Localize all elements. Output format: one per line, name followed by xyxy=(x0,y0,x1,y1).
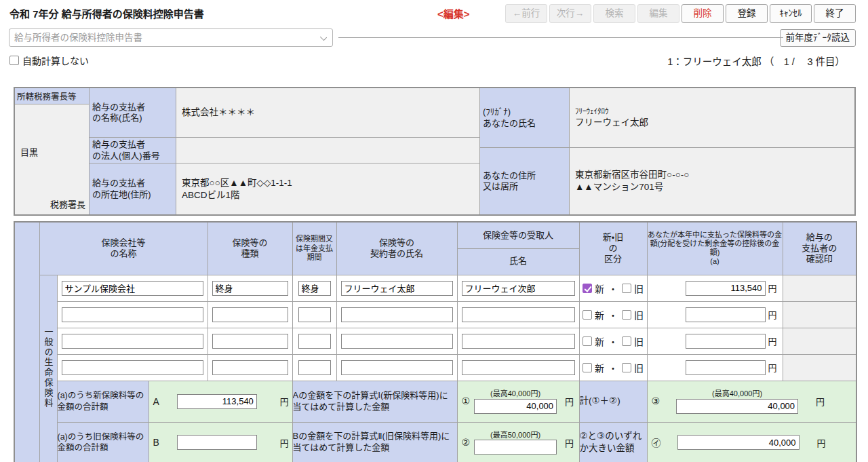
yen-unit: 円 xyxy=(768,361,777,374)
company-input[interactable] xyxy=(62,334,203,349)
old-checkbox[interactable] xyxy=(622,284,631,293)
old-checkbox[interactable] xyxy=(622,336,631,346)
stamp-cell xyxy=(783,354,856,381)
auto-calc-checkbox[interactable] xyxy=(9,56,19,65)
next-row-button[interactable]: 次行→ xyxy=(549,4,591,23)
table-row: 新 ・ 旧 円 xyxy=(14,354,856,381)
form-type-select-value: 給与所得者の保険料控除申告書 xyxy=(14,33,142,43)
declarant-name-label: (ﾌﾘｶﾞﾅ) あなたの氏名 xyxy=(480,88,569,148)
larger-of-2-3-label: ②と③のいずれか大きい金額 xyxy=(579,422,647,462)
dot-separator: ・ xyxy=(608,361,618,374)
type-input[interactable] xyxy=(212,360,288,375)
period-input[interactable] xyxy=(298,307,331,322)
tax-office-column: 所轄税務署長等 目黒 税務署長 xyxy=(15,88,90,214)
formula-a-label: Aの金額を下の計算式Ⅰ(新保険料等用)に当てはめて計算した金額 xyxy=(292,381,457,422)
payer-name-value: 株式会社＊＊＊＊ xyxy=(176,88,479,138)
register-button[interactable]: 登録 xyxy=(726,4,768,23)
recipient-input[interactable] xyxy=(462,307,575,322)
cancel-button[interactable]: ｷｬﾝｾﾙ xyxy=(770,4,812,23)
contractor-input[interactable] xyxy=(341,334,453,349)
period-input[interactable] xyxy=(298,360,331,375)
insurance-table: 保険会社等 の名称 保険等の 種類 保険期間又は年金支払期間 保険等の 契約者の… xyxy=(14,221,857,462)
stamp-cell xyxy=(783,328,856,354)
payer-number-value xyxy=(176,138,479,163)
employer-declarant-block: 所轄税務署長等 目黒 税務署長 給与の支払者 の名称(氏名) 給与の支払者 の法… xyxy=(14,87,856,216)
total-a-input[interactable] xyxy=(177,394,257,409)
type-input[interactable] xyxy=(212,281,288,296)
company-input[interactable] xyxy=(62,307,203,322)
recipient-input[interactable] xyxy=(462,281,575,296)
amount-input[interactable] xyxy=(686,334,766,349)
amount-input[interactable] xyxy=(686,281,766,296)
divider xyxy=(338,37,783,38)
declarant-labels-column: (ﾌﾘｶﾞﾅ) あなたの氏名 あなたの住所 又は居所 xyxy=(480,88,570,214)
contractor-input[interactable] xyxy=(341,307,453,322)
company-input[interactable] xyxy=(62,281,203,296)
edit-mode-indicator: <編集> xyxy=(437,6,470,20)
type-input[interactable] xyxy=(212,334,288,349)
col-header-company: 保険会社等 の名称 xyxy=(39,222,208,275)
type-input[interactable] xyxy=(212,307,288,322)
formula-b-label: Bの金額を下の計算式Ⅱ(旧保険料等用)に当てはめて計算した金額 xyxy=(292,422,457,462)
declarant-address-value: 東京都新宿区市谷田町○-○-○ ▲▲マンション701号 xyxy=(570,148,854,214)
old-checkbox[interactable] xyxy=(622,363,631,372)
new-checkbox[interactable] xyxy=(583,310,592,320)
new-checkbox[interactable] xyxy=(583,336,592,346)
sum-1-2-label: 計(①＋②) xyxy=(579,381,647,422)
dot-separator: ・ xyxy=(608,308,618,322)
col-header-type: 保険等の 種類 xyxy=(208,222,292,275)
table-row: 新 ・ 旧 円 xyxy=(14,301,856,328)
old-label: 旧 xyxy=(634,282,644,295)
record-counter: 1：フリーウェイ太郎 （ 1 / 3 件目） xyxy=(667,54,845,68)
exit-button[interactable]: 終了 xyxy=(814,4,856,23)
delete-button[interactable]: 削除 xyxy=(682,4,724,23)
amount-input[interactable] xyxy=(686,307,766,322)
amount-input[interactable] xyxy=(686,360,766,375)
total-b-input[interactable] xyxy=(177,435,257,450)
company-input[interactable] xyxy=(62,360,203,375)
declarant-name-value: ﾌﾘｰｳｪｲﾀﾛｳ フリーウェイ太郎 xyxy=(570,88,854,148)
max-note: (最高40,000円) xyxy=(490,389,540,398)
summary-row-a: (a)のうち新保険料等の金額の合計額 A 円 Aの金額を下の計算式Ⅰ(新保険料等… xyxy=(14,381,856,422)
auto-calc-row: 自動計算しない xyxy=(9,54,89,67)
col-header-newold: 新・旧 の 区分 xyxy=(579,222,647,275)
contractor-input[interactable] xyxy=(341,281,453,296)
dot-separator: ・ xyxy=(608,334,618,348)
yen-unit: 円 xyxy=(816,395,825,408)
recipient-input[interactable] xyxy=(462,334,575,349)
edit-button[interactable]: 編集 xyxy=(637,4,679,23)
summary-row-b: (a)のうち旧保険料等の金額の合計額 B 円 Bの金額を下の計算式Ⅱ(旧保険料等… xyxy=(14,422,856,462)
col-header-stamp: 給与の 支払者の 確認印 xyxy=(783,222,856,275)
declarant-values-column: ﾌﾘｰｳｪｲﾀﾛｳ フリーウェイ太郎 東京都新宿区市谷田町○-○-○ ▲▲マンシ… xyxy=(570,88,854,214)
load-previous-year-button[interactable]: 前年度ﾃﾞｰﾀ読込 xyxy=(780,29,856,47)
old-label: 旧 xyxy=(634,308,644,322)
total-i-input[interactable] xyxy=(677,435,800,450)
new-checkbox[interactable] xyxy=(583,363,592,372)
calc-1-input[interactable] xyxy=(474,399,557,414)
old-checkbox[interactable] xyxy=(622,310,631,320)
circled-2: ② xyxy=(462,437,471,448)
new-checkbox[interactable] xyxy=(583,284,592,293)
total-3-input[interactable] xyxy=(676,399,798,414)
auto-calc-label: 自動計算しない xyxy=(22,54,89,67)
period-input[interactable] xyxy=(298,281,331,296)
left-margin-cell xyxy=(14,222,39,462)
tax-office-name: 目黒 xyxy=(20,145,38,158)
stamp-cell xyxy=(783,301,856,328)
search-button[interactable]: 検索 xyxy=(593,4,635,23)
recipient-input[interactable] xyxy=(462,360,575,375)
max-note: (最高50,000円) xyxy=(490,430,540,440)
new-premium-total-label: (a)のうち新保険料等の金額の合計額 xyxy=(57,381,149,422)
contractor-input[interactable] xyxy=(341,360,453,375)
calc-2-input[interactable] xyxy=(474,440,557,455)
prev-row-button[interactable]: ←前行 xyxy=(505,4,547,23)
yen-unit: 円 xyxy=(768,282,777,294)
tax-office-header: 所轄税務署長等 xyxy=(15,88,89,104)
col-header-contractor: 保険等の 契約者の氏名 xyxy=(336,222,457,275)
yen-unit: 円 xyxy=(768,334,777,347)
declarant-address-label: あなたの住所 又は居所 xyxy=(480,148,569,214)
payer-number-label: 給与の支払者 の法人(個人)番号 xyxy=(90,138,176,163)
payer-name-label: 給与の支払者 の名称(氏名) xyxy=(90,88,176,138)
period-input[interactable] xyxy=(298,334,331,349)
form-type-select[interactable]: 給与所得者の保険料控除申告書 xyxy=(9,28,333,47)
